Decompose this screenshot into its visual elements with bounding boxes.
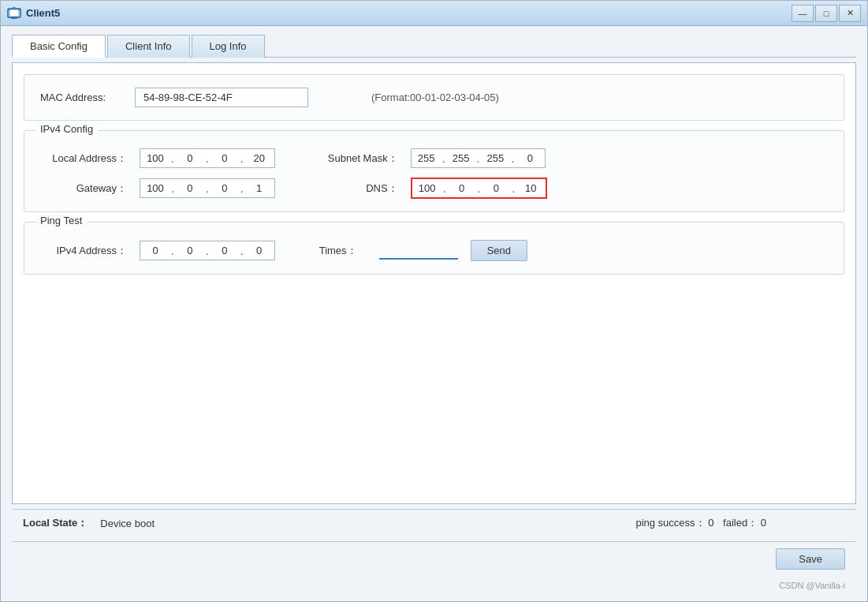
app-icon	[7, 6, 21, 21]
dns-group: DNS： . . .	[319, 178, 548, 199]
gateway-octet-4[interactable]	[244, 179, 274, 197]
local-address-row: Local Address： . . . Subnet Mask：	[40, 148, 828, 168]
dns-label: DNS：	[319, 181, 398, 196]
gateway-octet-3[interactable]	[210, 179, 240, 197]
send-button[interactable]: Send	[471, 240, 527, 261]
ping-section-title: Ping Test	[35, 215, 87, 226]
ping-success-label: ping success：	[635, 517, 705, 529]
local-address-label: Local Address：	[40, 151, 127, 166]
status-bar: Local State： Device boot ping success： 0…	[12, 509, 856, 537]
watermark: CSDN @Vanilla-i	[12, 581, 856, 593]
local-addr-octet-4[interactable]	[244, 149, 274, 167]
dns-octet-2[interactable]	[447, 179, 477, 197]
subnet-mask-label: Subnet Mask：	[319, 151, 398, 166]
dns-field: . . .	[411, 178, 548, 199]
ping-octet-4[interactable]	[244, 241, 274, 260]
ping-octet-1[interactable]	[140, 241, 170, 260]
times-label: Times：	[319, 244, 367, 258]
local-state-label: Local State：	[23, 516, 88, 530]
ping-octet-2[interactable]	[175, 241, 205, 260]
main-window: Client5 — □ ✕ Basic Config Client Info L…	[0, 0, 868, 602]
gateway-octet-1[interactable]	[140, 179, 170, 197]
mac-address-label: MAC Address:	[40, 92, 119, 103]
gateway-row: Gateway： . . . DNS： .	[40, 178, 828, 199]
content-area: MAC Address: (Format:00-01-02-03-04-05) …	[12, 62, 856, 504]
local-addr-octet-3[interactable]	[210, 149, 240, 167]
title-bar-left: Client5	[7, 6, 60, 21]
subnet-mask-field: . . .	[411, 148, 546, 168]
title-bar: Client5 — □ ✕	[1, 1, 867, 26]
dns-octet-4[interactable]	[516, 179, 546, 197]
tab-log-info[interactable]: Log Info	[192, 35, 265, 58]
window-title: Client5	[26, 7, 60, 19]
subnet-mask-group: Subnet Mask： . . .	[319, 148, 546, 168]
bottom-bar: Save	[12, 541, 856, 576]
local-addr-octet-2[interactable]	[175, 149, 205, 167]
gateway-octet-2[interactable]	[175, 179, 205, 197]
failed-value: 0	[761, 517, 766, 529]
tab-basic-config[interactable]: Basic Config	[12, 35, 106, 58]
times-input[interactable]	[379, 241, 458, 260]
ping-success-value: 0	[708, 517, 713, 529]
ipv4-section-title: IPv4 Config	[35, 123, 98, 135]
ipv4-config-section: IPv4 Config Local Address： . . . Subne	[24, 130, 844, 212]
ping-ipv4-field: . . .	[140, 241, 275, 260]
local-address-field: . . .	[140, 148, 275, 168]
minimize-button[interactable]: —	[792, 5, 814, 22]
ping-ipv4-label: IPv4 Address：	[40, 244, 127, 258]
ping-test-section: Ping Test IPv4 Address： . . . Times： Se	[24, 222, 844, 275]
gateway-field: . . .	[140, 178, 275, 198]
dns-octet-1[interactable]	[412, 179, 442, 197]
subnet-octet-1[interactable]	[412, 149, 441, 167]
title-controls: — □ ✕	[792, 5, 861, 22]
ping-row: IPv4 Address： . . . Times： Send	[40, 240, 828, 261]
window-body: Basic Config Client Info Log Info MAC Ad…	[1, 26, 867, 601]
mac-section: MAC Address: (Format:00-01-02-03-04-05)	[24, 74, 844, 121]
save-button[interactable]: Save	[776, 548, 845, 570]
subnet-octet-2[interactable]	[446, 149, 476, 167]
subnet-octet-3[interactable]	[480, 149, 510, 167]
local-addr-octet-1[interactable]	[140, 149, 170, 167]
ping-octet-3[interactable]	[210, 241, 240, 260]
local-state-value: Device boot	[100, 518, 155, 529]
subnet-octet-4[interactable]	[515, 149, 545, 167]
gateway-label: Gateway：	[40, 181, 127, 196]
close-button[interactable]: ✕	[839, 5, 861, 22]
svg-rect-1	[10, 10, 18, 16]
maximize-button[interactable]: □	[815, 5, 837, 22]
mac-format-hint: (Format:00-01-02-03-04-05)	[371, 92, 499, 103]
mac-address-input[interactable]	[135, 88, 308, 107]
tab-client-info[interactable]: Client Info	[107, 35, 190, 58]
failed-label: failed：	[723, 517, 758, 529]
ping-status: ping success： 0 failed： 0	[635, 516, 766, 530]
tab-bar: Basic Config Client Info Log Info	[12, 34, 856, 58]
dns-octet-3[interactable]	[481, 179, 511, 197]
